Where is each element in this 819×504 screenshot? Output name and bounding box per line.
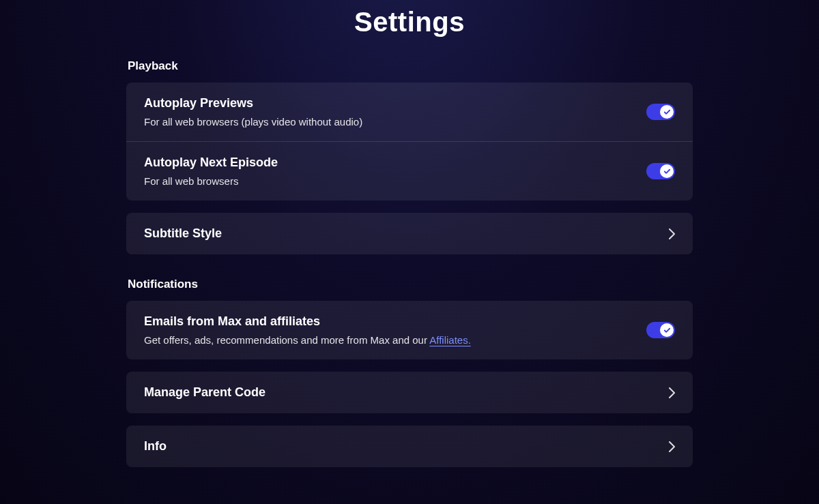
chevron-right-icon — [669, 387, 675, 398]
autoplay-previews-title: Autoplay Previews — [144, 96, 646, 110]
check-icon — [660, 164, 674, 178]
autoplay-previews-row: Autoplay Previews For all web browsers (… — [126, 83, 693, 141]
check-icon — [660, 323, 674, 337]
autoplay-next-desc: For all web browsers — [144, 175, 646, 187]
chevron-right-icon — [669, 441, 675, 452]
section-label-playback: Playback — [126, 59, 693, 73]
autoplay-next-toggle[interactable] — [646, 163, 675, 179]
subtitle-style-card[interactable]: Subtitle Style — [126, 213, 693, 254]
manage-parent-code-title: Manage Parent Code — [144, 385, 265, 400]
emails-card: Emails from Max and affiliates Get offer… — [126, 301, 693, 359]
emails-title: Emails from Max and affiliates — [144, 314, 646, 329]
autoplay-previews-desc: For all web browsers (plays video withou… — [144, 116, 646, 128]
autoplay-next-title: Autoplay Next Episode — [144, 155, 646, 170]
manage-parent-code-card[interactable]: Manage Parent Code — [126, 372, 693, 413]
emails-desc: Get offers, ads, recommendations and mor… — [144, 334, 646, 346]
chevron-right-icon — [669, 228, 675, 239]
affiliates-link[interactable]: Affiliates. — [429, 334, 471, 346]
emails-desc-prefix: Get offers, ads, recommendations and mor… — [144, 334, 429, 346]
emails-row: Emails from Max and affiliates Get offer… — [126, 301, 693, 359]
emails-toggle[interactable] — [646, 322, 675, 338]
section-label-notifications: Notifications — [126, 278, 693, 291]
info-card[interactable]: Info — [126, 426, 693, 467]
subtitle-style-title: Subtitle Style — [144, 226, 222, 241]
check-icon — [660, 105, 674, 119]
autoplay-next-row: Autoplay Next Episode For all web browse… — [126, 141, 693, 201]
page-title: Settings — [126, 7, 693, 38]
playback-card: Autoplay Previews For all web browsers (… — [126, 83, 693, 201]
info-title: Info — [144, 439, 167, 454]
autoplay-previews-toggle[interactable] — [646, 104, 675, 120]
